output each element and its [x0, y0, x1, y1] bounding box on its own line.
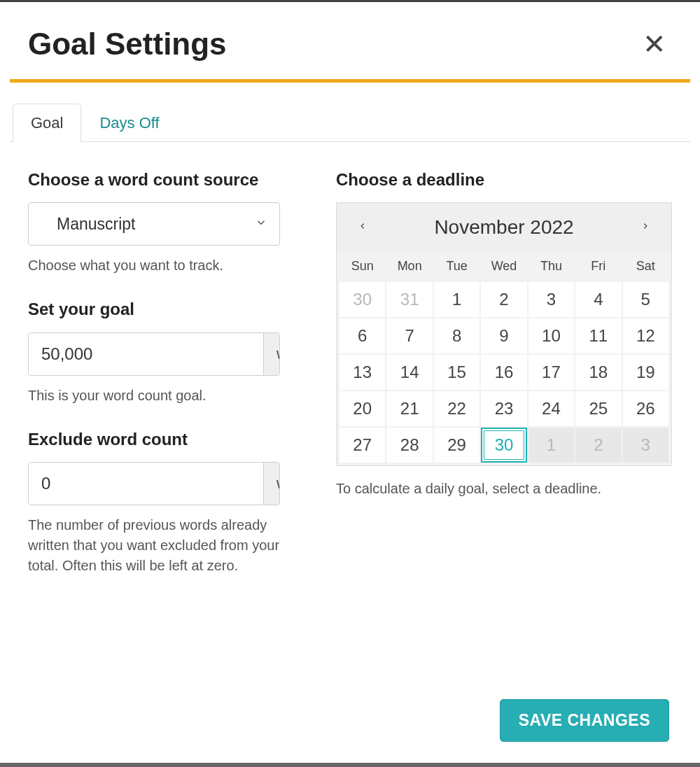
- calendar-day[interactable]: 1: [434, 282, 479, 317]
- close-icon: ✕: [643, 29, 666, 59]
- source-heading: Choose a word count source: [28, 169, 294, 191]
- calendar-day[interactable]: 15: [434, 355, 479, 390]
- modal-header: Goal Settings ✕: [10, 2, 690, 79]
- calendar-day[interactable]: 27: [340, 428, 385, 463]
- prev-month-button[interactable]: [358, 218, 368, 237]
- calendar-dow: Sat: [623, 252, 668, 281]
- calendar-day[interactable]: 18: [575, 355, 621, 390]
- next-month-button[interactable]: [640, 218, 650, 237]
- calendar-day[interactable]: 6: [340, 318, 385, 353]
- calendar-dow: Mon: [386, 252, 432, 281]
- source-select[interactable]: Manuscript: [28, 202, 280, 246]
- calendar-day[interactable]: 14: [386, 355, 432, 390]
- goal-suffix: words: [263, 333, 280, 375]
- calendar-day[interactable]: 4: [575, 282, 621, 317]
- calendar-day[interactable]: 12: [623, 318, 668, 353]
- tabs: Goal Days Off: [10, 104, 690, 142]
- goal-settings-modal: Goal Settings ✕ Goal Days Off Choose a w…: [0, 0, 700, 767]
- calendar-dow: Fri: [575, 252, 621, 281]
- exclude-helper: The number of previous words already wri…: [28, 515, 294, 576]
- calendar-dow: Thu: [528, 252, 574, 281]
- exclude-input[interactable]: [29, 463, 263, 505]
- save-button[interactable]: SAVE CHANGES: [500, 699, 669, 742]
- calendar-month-label: November 2022: [434, 216, 573, 239]
- chevron-left-icon: [358, 221, 368, 237]
- close-button[interactable]: ✕: [640, 27, 669, 61]
- calendar-day[interactable]: 24: [528, 391, 574, 426]
- calendar-day[interactable]: 16: [481, 355, 526, 390]
- calendar-day[interactable]: 7: [386, 318, 432, 353]
- calendar-day[interactable]: 5: [623, 282, 668, 317]
- calendar-day[interactable]: 25: [575, 391, 621, 426]
- calendar-day[interactable]: 11: [575, 318, 621, 353]
- calendar-day[interactable]: 13: [340, 355, 385, 390]
- calendar-day[interactable]: 30: [481, 428, 526, 463]
- calendar-day[interactable]: 20: [340, 391, 385, 426]
- calendar-day[interactable]: 23: [481, 391, 526, 426]
- goal-heading: Set your goal: [28, 298, 294, 321]
- tab-days-off[interactable]: Days Off: [81, 104, 177, 142]
- calendar-day[interactable]: 29: [434, 428, 479, 463]
- calendar-day[interactable]: 1: [528, 428, 574, 463]
- calendar-day[interactable]: 3: [528, 282, 574, 317]
- calendar-day[interactable]: 26: [623, 391, 668, 426]
- tab-goal[interactable]: Goal: [13, 104, 81, 142]
- calendar-day[interactable]: 3: [623, 428, 668, 463]
- calendar-day[interactable]: 19: [623, 355, 668, 390]
- modal-title: Goal Settings: [28, 27, 227, 62]
- calendar-day[interactable]: 8: [434, 318, 479, 353]
- calendar-dow: Tue: [434, 252, 479, 281]
- calendar: November 2022 SunMonTueWedThuFriSat30311…: [336, 202, 672, 466]
- calendar-dow: Wed: [481, 252, 526, 281]
- calendar-day[interactable]: 17: [528, 355, 574, 390]
- goal-input[interactable]: [29, 333, 263, 375]
- goal-helper: This is your word count goal.: [28, 386, 294, 406]
- calendar-day[interactable]: 21: [386, 391, 432, 426]
- calendar-day[interactable]: 10: [528, 318, 574, 353]
- calendar-dow: Sun: [340, 252, 385, 281]
- accent-rule: [10, 79, 690, 83]
- exclude-suffix: words: [263, 463, 280, 505]
- calendar-day[interactable]: 9: [481, 318, 526, 353]
- calendar-day[interactable]: 30: [340, 282, 385, 317]
- deadline-heading: Choose a deadline: [336, 169, 672, 191]
- calendar-day[interactable]: 22: [434, 391, 479, 426]
- exclude-heading: Exclude word count: [28, 428, 294, 451]
- calendar-day[interactable]: 2: [575, 428, 621, 463]
- deadline-helper: To calculate a daily goal, select a dead…: [336, 479, 672, 499]
- source-select-value: Manuscript: [57, 215, 135, 234]
- calendar-day[interactable]: 31: [386, 282, 432, 317]
- calendar-day[interactable]: 28: [386, 428, 432, 463]
- chevron-right-icon: [640, 221, 650, 237]
- calendar-day[interactable]: 2: [481, 282, 526, 317]
- source-helper: Choose what you want to track.: [28, 255, 294, 276]
